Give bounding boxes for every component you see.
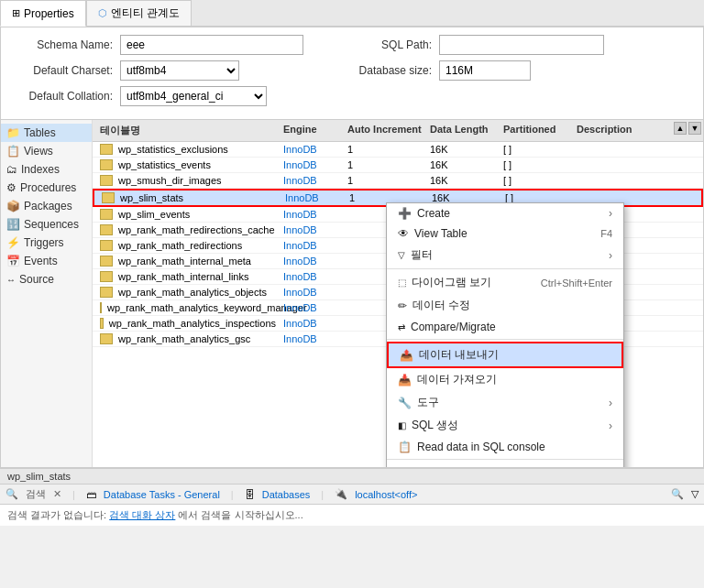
sql-path-input[interactable] [439, 35, 604, 55]
context-menu: ➕ Create › 👁 View Table F4 ▽ 필터 › ⬚ 다이어그… [386, 202, 624, 467]
table-name: wp_rank_math_internal_links [118, 271, 248, 282]
views-icon: 📋 [6, 145, 20, 158]
engine-link[interactable]: InnoDB [283, 302, 317, 313]
properties-tab-label: Properties [24, 7, 74, 20]
menu-import-data-label: 데이터 가져오기 [417, 372, 612, 387]
menu-read-sql-label: Read data in SQL console [417, 441, 612, 453]
menu-item-filter[interactable]: ▽ 필터 › [387, 244, 623, 267]
engine-link[interactable]: InnoDB [283, 318, 317, 329]
sidebar-item-sequences[interactable]: 🔢 Sequences [1, 215, 92, 234]
sidebar-item-views[interactable]: 📋 Views [1, 142, 92, 160]
engine-link[interactable]: InnoDB [283, 209, 317, 220]
scroll-down-arrow[interactable]: ▼ [688, 122, 701, 135]
sidebar-item-procedures[interactable]: ⚙ Procedures [1, 179, 92, 197]
databases-link[interactable]: Databases [262, 489, 311, 500]
localhost-link[interactable]: localhost<off> [355, 489, 417, 500]
table-name: wp_statistics_events [118, 159, 211, 170]
table-name: wp_rank_math_analytics_gsc [118, 333, 250, 344]
menu-item-export-data[interactable]: 📤 데이터 내보내기 [387, 342, 623, 368]
default-collation-select[interactable]: utf8mb4_general_ci [120, 86, 267, 106]
search-suffix: 에서 검색을 시작하십시오... [178, 509, 302, 520]
table-area: ▲ ▼ 테이블명 Engine Auto Increment Data Leng… [93, 120, 703, 467]
engine-link[interactable]: InnoDB [283, 224, 317, 235]
table-name: wp_rank_math_analytics_keyword_manager [107, 302, 307, 313]
sidebar-item-tables[interactable]: 📁 Tables [1, 124, 92, 142]
toolbar-close-icon[interactable]: ✕ [53, 488, 61, 500]
database-tasks-link[interactable]: Database Tasks - General [104, 489, 220, 500]
compare-icon: ⇄ [398, 322, 405, 332]
sidebar-item-indexes[interactable]: 🗂 Indexes [1, 160, 92, 179]
table-icon [100, 318, 104, 329]
engine-link[interactable]: InnoDB [283, 256, 317, 267]
menu-item-diagram[interactable]: ⬚ 다이어그램 보기 Ctrl+Shift+Enter [387, 271, 623, 294]
filter-icon: ▽ [398, 250, 405, 260]
table-row[interactable]: wp_smush_dir_images InnoDB 1 16K [ ] [93, 173, 703, 189]
engine-link[interactable]: InnoDB [283, 271, 317, 282]
engine-link[interactable]: InnoDB [283, 144, 317, 155]
table-row[interactable]: wp_statistics_events InnoDB 1 16K [ ] [93, 158, 703, 173]
scroll-arrows: ▲ ▼ [674, 122, 701, 135]
engine-link[interactable]: InnoDB [283, 175, 317, 186]
table-icon [100, 224, 113, 235]
packages-label: Packages [24, 200, 72, 212]
default-charset-row: Default Charset: utf8mb4 [12, 60, 303, 81]
menu-divider-3 [387, 459, 623, 460]
table-icon [100, 271, 113, 282]
menu-item-import-data[interactable]: 📥 데이터 가져오기 [387, 368, 623, 391]
engine-link[interactable]: InnoDB [283, 240, 317, 251]
filter-arrow: › [609, 249, 612, 262]
procedures-icon: ⚙ [6, 181, 16, 194]
connection-icon: 🔌 [335, 488, 347, 500]
table-icon [100, 333, 113, 344]
search-dialog-link[interactable]: 검색 대화 상자 [109, 509, 175, 520]
table-name: wp_rank_math_redirections_cache [118, 224, 275, 235]
menu-tools-label: 도구 [417, 395, 603, 410]
events-label: Events [24, 255, 58, 267]
table-row[interactable]: wp_statistics_exclusions InnoDB 1 16K [ … [93, 142, 703, 158]
engine-link-selected[interactable]: InnoDB [285, 192, 319, 203]
tools-icon: 🔧 [398, 397, 412, 409]
scroll-up-arrow[interactable]: ▲ [674, 122, 687, 135]
copy-icon: 📄 [398, 467, 412, 468]
col-header-name: 테이블명 [96, 122, 280, 139]
filter-results-icon[interactable]: ▽ [691, 488, 698, 500]
sidebar-item-events[interactable]: 📅 Events [1, 252, 92, 270]
menu-item-read-sql[interactable]: 📋 Read data in SQL console [387, 437, 623, 457]
menu-export-data-label: 데이터 내보내기 [419, 347, 610, 363]
default-charset-select[interactable]: utf8mb4 [120, 60, 239, 81]
menu-item-compare[interactable]: ⇄ Compare/Migrate [387, 317, 623, 337]
sidebar-item-triggers[interactable]: ⚡ Triggers [1, 234, 92, 252]
search-icon: 🔍 [6, 488, 18, 500]
top-tabs-bar: ⊞ Properties ⬡ 엔티티 관계도 [0, 0, 704, 27]
menu-item-edit-data[interactable]: ✏ 데이터 수정 [387, 294, 623, 317]
engine-link[interactable]: InnoDB [283, 333, 317, 344]
menu-item-view-table[interactable]: 👁 View Table F4 [387, 223, 623, 244]
status-bar: wp_slim_stats [0, 468, 704, 484]
packages-icon: 📦 [6, 200, 20, 212]
search-toolbar-label: 검색 [26, 487, 46, 501]
sidebar-item-packages[interactable]: 📦 Packages [1, 197, 92, 215]
engine-link[interactable]: InnoDB [283, 159, 317, 170]
create-icon: ➕ [398, 207, 412, 220]
table-icon [100, 287, 113, 298]
schema-name-input[interactable] [120, 35, 303, 55]
table-name: wp_statistics_exclusions [118, 144, 228, 155]
tab-entity-map[interactable]: ⬡ 엔티티 관계도 [86, 0, 192, 26]
menu-item-sql-gen[interactable]: ◧ SQL 생성 › [387, 414, 623, 437]
col-header-partitioned: Partitioned [500, 122, 573, 139]
sidebar-item-source[interactable]: ↔ Source [1, 270, 92, 289]
menu-sql-gen-label: SQL 생성 [412, 418, 603, 433]
menu-item-tools[interactable]: 🔧 도구 › [387, 391, 623, 414]
tab-properties[interactable]: ⊞ Properties [0, 0, 86, 27]
menu-item-create[interactable]: ➕ Create › [387, 203, 623, 223]
sql-path-row: SQL Path: [331, 35, 604, 55]
auto-increment: 1 [344, 158, 426, 171]
table-name: wp_rank_math_internal_meta [118, 256, 251, 267]
partitioned: [ ] [500, 158, 573, 171]
search-filter-icon[interactable]: 🔍 [671, 488, 684, 500]
menu-item-copy[interactable]: 📄 복사 Ctrl+C [387, 462, 623, 467]
engine-link[interactable]: InnoDB [283, 287, 317, 298]
database-size-input[interactable] [439, 60, 531, 81]
edit-data-icon: ✏ [398, 299, 407, 312]
table-name: wp_rank_math_analytics_objects [118, 287, 267, 298]
